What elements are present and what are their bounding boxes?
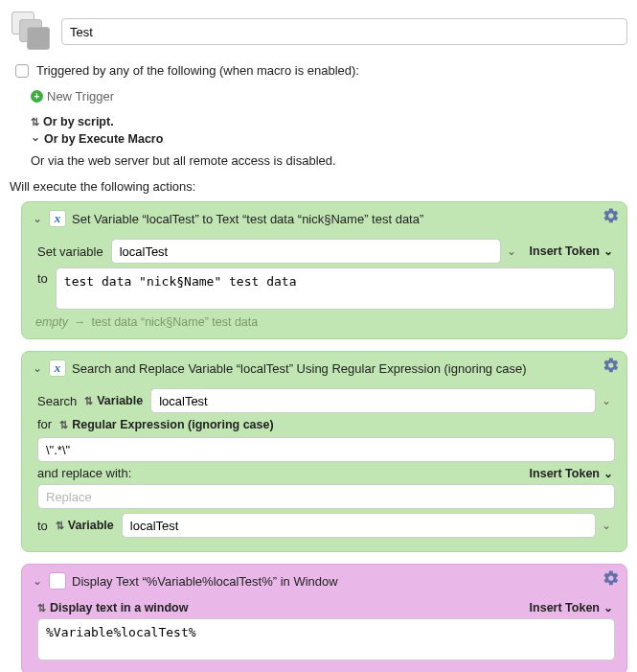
for-label: for <box>37 417 52 431</box>
variable-icon: x <box>49 359 66 377</box>
action3-text-value-input[interactable] <box>37 618 615 660</box>
action2-pattern-input[interactable] <box>37 437 615 462</box>
action2-gear-button[interactable] <box>602 356 621 375</box>
chevron-down-icon[interactable]: ⌄ <box>598 394 615 407</box>
action1-title: Set Variable “localTest” to Text “test d… <box>72 212 423 226</box>
gear-icon <box>603 207 620 224</box>
to-label: to <box>37 519 48 533</box>
for-mode-select[interactable]: Regular Expression (ignoring case) <box>59 418 273 431</box>
display-mode-select[interactable]: Display text in a window <box>37 601 188 614</box>
web-server-note: Or via the web server but all remote acc… <box>31 153 627 168</box>
sort-icon <box>84 394 93 407</box>
action-search-replace[interactable]: ⌄ x Search and Replace Variable “localTe… <box>21 351 627 552</box>
triggered-by-label: Triggered by any of the following (when … <box>36 63 359 78</box>
search-label: Search <box>37 394 77 408</box>
action3-gear-button[interactable] <box>602 568 621 588</box>
new-trigger-button[interactable]: + New Trigger <box>31 89 114 104</box>
or-by-execute-macro[interactable]: Or by Execute Macro <box>31 132 627 146</box>
action1-preview: empty → test data “nick§Name” test data <box>35 315 613 329</box>
action2-insert-token[interactable]: Insert Token <box>528 467 615 480</box>
chevron-down-icon <box>31 132 40 146</box>
action3-title: Display Text “%Variable%localTest%” in W… <box>72 574 338 589</box>
action3-disclosure[interactable]: ⌄ <box>32 574 43 588</box>
replace-with-label: and replace with: <box>37 466 131 480</box>
will-execute-label: Will execute the following actions: <box>10 179 627 194</box>
variable-icon: x <box>49 210 66 227</box>
sort-icon <box>59 418 68 431</box>
chevron-down-icon[interactable]: ⌄ <box>503 244 520 258</box>
action1-text-value-input[interactable] <box>56 267 615 310</box>
gear-icon <box>603 569 620 587</box>
action-set-variable[interactable]: ⌄ x Set Variable “localTest” to Text “te… <box>21 201 627 339</box>
sort-icon <box>31 115 39 128</box>
sort-icon <box>37 601 46 614</box>
action1-disclosure[interactable]: ⌄ <box>32 212 43 225</box>
macro-icon <box>10 10 54 54</box>
action3-insert-token[interactable]: Insert Token <box>528 601 615 614</box>
action2-disclosure[interactable]: ⌄ <box>32 361 43 375</box>
sort-icon <box>56 519 64 532</box>
gear-icon <box>603 357 620 374</box>
action2-to-variable-input[interactable] <box>122 513 596 538</box>
action2-search-variable-input[interactable] <box>150 388 596 413</box>
window-icon <box>49 572 66 590</box>
new-trigger-label: New Trigger <box>47 89 114 104</box>
macro-name-input[interactable] <box>61 18 627 45</box>
plus-icon: + <box>31 90 43 103</box>
action1-variable-name-input[interactable] <box>111 239 501 264</box>
action1-insert-token[interactable]: Insert Token <box>528 244 615 258</box>
chevron-down-icon[interactable]: ⌄ <box>598 519 615 532</box>
action1-gear-button[interactable] <box>602 206 621 225</box>
action2-replace-input[interactable] <box>37 484 615 509</box>
to-mode-select[interactable]: Variable <box>56 519 114 532</box>
action-display-text[interactable]: ⌄ Display Text “%Variable%localTest%” in… <box>21 564 627 672</box>
trigger-enable-checkbox[interactable] <box>15 64 29 78</box>
or-by-script[interactable]: Or by script. <box>31 115 627 128</box>
to-label: to <box>37 267 48 286</box>
action2-title: Search and Replace Variable “localTest” … <box>72 361 527 376</box>
search-source-mode[interactable]: Variable <box>84 394 143 407</box>
set-variable-label: Set variable <box>37 244 103 259</box>
